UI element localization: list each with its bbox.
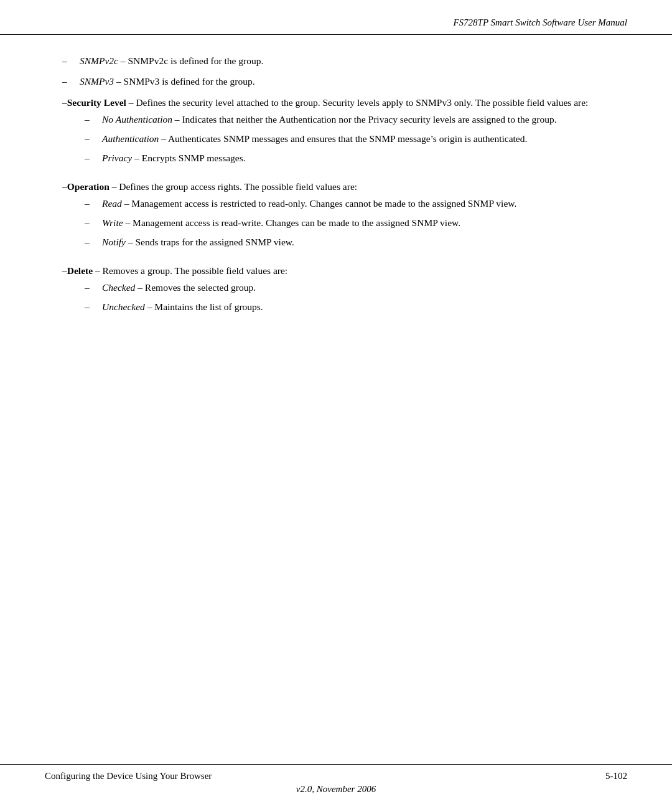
no-auth-content: No Authentication – Indicates that neith…	[102, 112, 557, 126]
unchecked-content: Unchecked – Maintains the list of groups…	[102, 300, 263, 314]
snmpv2c-italic: SNMPv2c	[80, 55, 118, 66]
unchecked-text: – Maintains the list of groups.	[145, 301, 263, 312]
read-text: – Management access is restricted to rea…	[122, 198, 516, 209]
delete-bold: Delete	[67, 265, 93, 276]
security-level-text: – Defines the security level attached to…	[126, 97, 589, 108]
checked-text: – Removes the selected group.	[135, 282, 256, 293]
dash-auth: –	[85, 131, 102, 146]
auth-text: – Authenticates SNMP messages and ensure…	[159, 133, 527, 144]
dash-read: –	[85, 196, 102, 210]
footer-left: Configuring the Device Using Your Browse…	[45, 771, 212, 781]
no-auth-italic: No Authentication	[102, 114, 172, 125]
operation-sub-list: – Read – Management access is restricted…	[85, 196, 516, 255]
snmpv3-text: – SNMPv3 is defined for the group.	[114, 76, 254, 87]
auth-content: Authentication – Authenticates SNMP mess…	[102, 131, 557, 146]
page-container: FS728TP Smart Switch Software User Manua…	[0, 0, 672, 807]
security-level-content: Security Level – Defines the security le…	[67, 95, 589, 110]
operation-text: – Defines the group access rights. The p…	[110, 181, 357, 192]
privacy-italic: Privacy	[102, 153, 132, 163]
unchecked-italic: Unchecked	[102, 301, 145, 312]
security-level-bold: Security Level	[67, 97, 126, 108]
footer-line2: v2.0, November 2006	[0, 784, 672, 807]
operation-bold: Operation	[67, 181, 110, 192]
security-sub-list: – No Authentication – Indicates that nei…	[85, 112, 557, 171]
delete-sub-list: – Checked – Removes the selected group. …	[85, 280, 263, 319]
dash-delete: –	[62, 263, 67, 278]
read-content: Read – Management access is restricted t…	[102, 196, 516, 210]
checked-content: Checked – Removes the selected group.	[102, 280, 263, 295]
list-item-delete: – Delete – Removes a group. The possible…	[62, 263, 627, 322]
dash-write: –	[85, 215, 102, 230]
dash-unchecked: –	[85, 300, 102, 314]
notify-content: Notify – Sends traps for the assigned SN…	[102, 235, 516, 249]
list-item-authentication: – Authentication – Authenticates SNMP me…	[85, 131, 557, 146]
list-item-write: – Write – Management access is read-writ…	[85, 215, 516, 230]
list-item-no-auth: – No Authentication – Indicates that nei…	[85, 112, 557, 126]
operation-content: Operation – Defines the group access rig…	[67, 179, 357, 194]
privacy-content: Privacy – Encrypts SNMP messages.	[102, 151, 557, 165]
main-list: – SNMPv2c – SNMPv2c is defined for the g…	[62, 54, 627, 321]
snmpv2c-content: SNMPv2c – SNMPv2c is defined for the gro…	[80, 54, 627, 68]
write-content: Write – Management access is read-write.…	[102, 215, 516, 230]
page-header: FS728TP Smart Switch Software User Manua…	[0, 0, 672, 35]
write-text: – Management access is read-write. Chang…	[123, 217, 461, 228]
dash-notify: –	[85, 235, 102, 249]
page-footer: Configuring the Device Using Your Browse…	[0, 764, 672, 807]
list-item-notify: – Notify – Sends traps for the assigned …	[85, 235, 516, 249]
auth-italic: Authentication	[102, 133, 159, 144]
dash-privacy: –	[85, 151, 102, 165]
list-item-snmpv2c: – SNMPv2c – SNMPv2c is defined for the g…	[62, 54, 627, 68]
notify-text: – Sends traps for the assigned SNMP view…	[126, 237, 294, 247]
footer-right: 5-102	[605, 771, 627, 781]
header-title: FS728TP Smart Switch Software User Manua…	[453, 17, 627, 27]
list-item-security-level: – Security Level – Defines the security …	[62, 95, 627, 173]
list-item-unchecked: – Unchecked – Maintains the list of grou…	[85, 300, 263, 314]
privacy-text: – Encrypts SNMP messages.	[132, 153, 245, 163]
delete-text: – Removes a group. The possible field va…	[93, 265, 287, 276]
notify-italic: Notify	[102, 237, 126, 247]
snmpv3-content: SNMPv3 – SNMPv3 is defined for the group…	[80, 74, 627, 88]
snmpv3-italic: SNMPv3	[80, 76, 114, 87]
footer-center: v2.0, November 2006	[296, 784, 376, 794]
dash-security: –	[62, 95, 67, 110]
list-item-privacy: – Privacy – Encrypts SNMP messages.	[85, 151, 557, 165]
footer-line1: Configuring the Device Using Your Browse…	[0, 765, 672, 784]
dash-snmpv3: –	[62, 74, 80, 88]
list-item-snmpv3: – SNMPv3 – SNMPv3 is defined for the gro…	[62, 74, 627, 88]
no-auth-text: – Indicates that neither the Authenticat…	[172, 114, 557, 125]
list-item-operation: – Operation – Defines the group access r…	[62, 179, 627, 257]
dash-no-auth: –	[85, 112, 102, 126]
delete-content: Delete – Removes a group. The possible f…	[67, 263, 287, 278]
page-content: – SNMPv2c – SNMPv2c is defined for the g…	[0, 35, 672, 402]
list-item-read: – Read – Management access is restricted…	[85, 196, 516, 210]
dash-checked: –	[85, 280, 102, 295]
list-item-checked: – Checked – Removes the selected group.	[85, 280, 263, 295]
dash-operation: –	[62, 179, 67, 194]
checked-italic: Checked	[102, 282, 135, 293]
dash-snmpv2c: –	[62, 54, 80, 68]
read-italic: Read	[102, 198, 122, 209]
write-italic: Write	[102, 217, 123, 228]
snmpv2c-text: – SNMPv2c is defined for the group.	[118, 55, 263, 66]
